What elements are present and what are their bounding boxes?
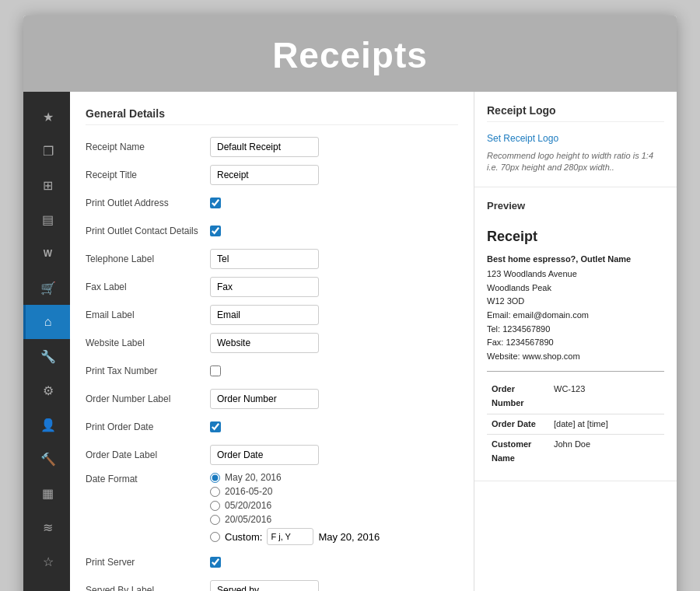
date-option-may20-label: May 20, 2016: [225, 472, 282, 483]
receipt-logo-section: Receipt Logo Set Receipt Logo Recommend …: [474, 92, 677, 187]
print-tax-number-label: Print Tax Number: [86, 365, 210, 376]
order-number-label-input[interactable]: [210, 389, 319, 409]
general-details-title: General Details: [86, 107, 458, 125]
website-label-label: Website Label: [86, 337, 210, 348]
sidebar-item-gear[interactable]: ⚙: [23, 373, 70, 407]
copy-icon: ⊞: [43, 178, 53, 193]
home-icon: ⌂: [44, 315, 52, 329]
set-receipt-logo-link[interactable]: Set Receipt Logo: [487, 133, 664, 144]
sidebar-item-zigzag[interactable]: ≋: [23, 510, 70, 544]
receipt-name-label: Receipt Name: [86, 142, 210, 152]
date-radio-custom[interactable]: [210, 532, 220, 542]
fax-label-input[interactable]: [210, 277, 319, 297]
print-order-date-label: Print Order Date: [86, 421, 210, 432]
sidebar-item-tool[interactable]: 🔨: [23, 442, 70, 476]
order-date-cell-value: [date] at [time]: [549, 414, 664, 435]
print-outlet-contact-label: Print Outlet Contact Details: [86, 226, 210, 236]
telephone-label-input[interactable]: [210, 249, 319, 269]
app-window: Receipts ★ ❐ ⊞ ▤ W 🛒 ⌂: [23, 16, 677, 591]
cart-icon: 🛒: [40, 281, 56, 296]
date-option-eu-label: 20/05/2016: [225, 514, 271, 525]
print-outlet-address-row: Print Outlet Address: [86, 192, 458, 214]
sidebar-item-layers[interactable]: ❐: [23, 134, 70, 168]
fax-label-label: Fax Label: [86, 282, 210, 292]
address-line2: Woodlands Peak: [487, 282, 664, 296]
date-option-custom-label: Custom:: [225, 531, 262, 543]
print-server-label: Print Server: [86, 557, 210, 568]
store-name: Best home espresso?, Outlet Name: [487, 253, 664, 267]
date-option-us-label: 05/20/2016: [225, 500, 271, 511]
receipt-preview-title: Receipt: [487, 226, 664, 248]
customer-name-cell-label: Customer Name: [487, 435, 549, 469]
receipt-title-input[interactable]: [210, 165, 319, 185]
email-label-label: Email Label: [86, 309, 210, 320]
page-header: Receipts: [23, 16, 677, 92]
logo-hint: Recommend logo height to width ratio is …: [487, 150, 664, 174]
date-radio-eu[interactable]: [210, 515, 220, 525]
sidebar-item-star[interactable]: ★: [23, 100, 70, 134]
email-label-input[interactable]: [210, 305, 319, 325]
print-outlet-contact-checkbox[interactable]: [210, 226, 221, 236]
print-order-date-row: Print Order Date: [86, 416, 458, 438]
print-order-date-checkbox[interactable]: [210, 421, 221, 432]
grid-icon: ▦: [42, 486, 54, 501]
receipt-name-input[interactable]: [210, 137, 319, 157]
served-by-label-label: Served By Label: [86, 585, 210, 591]
date-option-eu[interactable]: 20/05/2016: [210, 514, 380, 525]
website-label-input[interactable]: [210, 333, 319, 353]
receipt-title-label: Receipt Title: [86, 170, 210, 180]
order-date-label-label: Order Date Label: [86, 449, 210, 460]
date-custom-preview: May 20, 2016: [318, 531, 380, 543]
date-option-iso[interactable]: 2016-05-20: [210, 486, 380, 497]
sidebar-item-ea[interactable]: Ea: [23, 579, 70, 591]
gear-icon: ⚙: [43, 383, 54, 398]
date-options: May 20, 2016 2016-05-20 05/20/2016: [210, 472, 380, 545]
date-radio-may20[interactable]: [210, 473, 220, 483]
sidebar-item-grid[interactable]: ▦: [23, 476, 70, 510]
table-row: Order Number WC-123: [487, 379, 664, 414]
sidebar-item-cart[interactable]: 🛒: [23, 271, 70, 305]
date-radio-iso[interactable]: [210, 487, 220, 497]
order-date-label-input[interactable]: [210, 445, 319, 465]
email-line: Email: email@domain.com: [487, 309, 664, 323]
customer-name-cell-value: John Doe: [549, 435, 664, 469]
date-format-label: Date Format: [86, 472, 210, 484]
sidebar-item-copy[interactable]: ⊞: [23, 168, 70, 202]
email-label-row: Email Label: [86, 304, 458, 326]
sidebar-item-comment[interactable]: ▤: [23, 202, 70, 236]
telephone-label-row: Telephone Label: [86, 248, 458, 270]
date-custom-input[interactable]: [267, 528, 313, 545]
sidebar-item-word[interactable]: W: [23, 236, 70, 271]
date-radio-us[interactable]: [210, 501, 220, 511]
date-format-row: Date Format May 20, 2016 2016-05-20 0: [86, 472, 458, 545]
served-by-label-input[interactable]: [210, 580, 319, 591]
order-number-cell-value: WC-123: [549, 379, 664, 414]
website-line: Website: www.shop.com: [487, 350, 664, 364]
preview-title: Preview: [487, 200, 664, 216]
date-option-us[interactable]: 05/20/2016: [210, 500, 380, 511]
user-icon: 👤: [40, 418, 56, 432]
receipt-table: Order Number WC-123 Order Date [date] at…: [487, 379, 664, 468]
table-row: Customer Name John Doe: [487, 435, 664, 469]
page-title: Receipts: [23, 34, 677, 76]
served-by-label-row: Served By Label: [86, 579, 458, 591]
print-tax-number-row: Print Tax Number: [86, 360, 458, 382]
order-number-label-label: Order Number Label: [86, 393, 210, 404]
layers-icon: ❐: [43, 144, 54, 159]
order-date-cell-label: Order Date: [487, 414, 549, 435]
sidebar-item-star2[interactable]: ☆: [23, 544, 70, 579]
sidebar-item-user[interactable]: 👤: [23, 407, 70, 442]
tool-icon: 🔨: [40, 452, 56, 467]
print-server-checkbox[interactable]: [210, 557, 221, 568]
star-icon: ★: [43, 110, 54, 124]
date-option-may20[interactable]: May 20, 2016: [210, 472, 380, 483]
print-tax-number-checkbox[interactable]: [210, 365, 221, 376]
tel-line: Tel: 1234567890: [487, 323, 664, 337]
order-number-label-row: Order Number Label: [86, 388, 458, 410]
sidebar-item-wrench[interactable]: 🔧: [23, 339, 70, 373]
sidebar-item-home[interactable]: ⌂: [23, 305, 70, 339]
fax-line: Fax: 1234567890: [487, 336, 664, 350]
print-outlet-address-checkbox[interactable]: [210, 198, 221, 208]
date-option-iso-label: 2016-05-20: [225, 486, 272, 497]
print-server-row: Print Server: [86, 551, 458, 573]
